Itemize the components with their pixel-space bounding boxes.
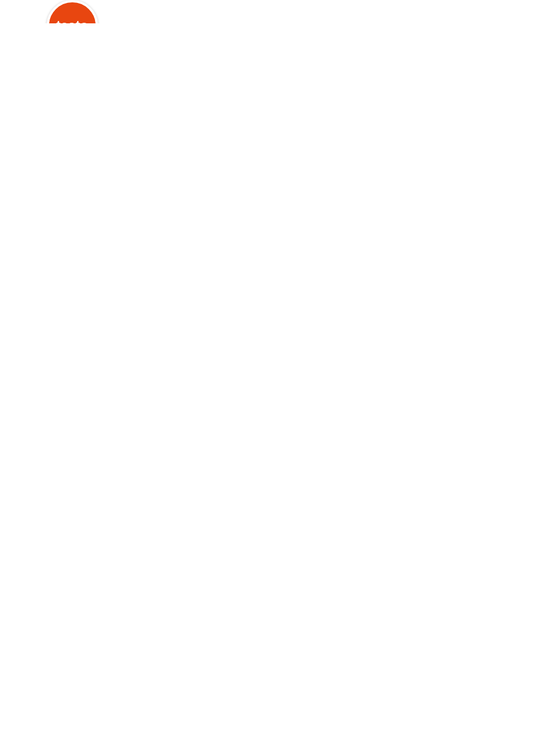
brand-logo: testo	[47, 0, 98, 23]
